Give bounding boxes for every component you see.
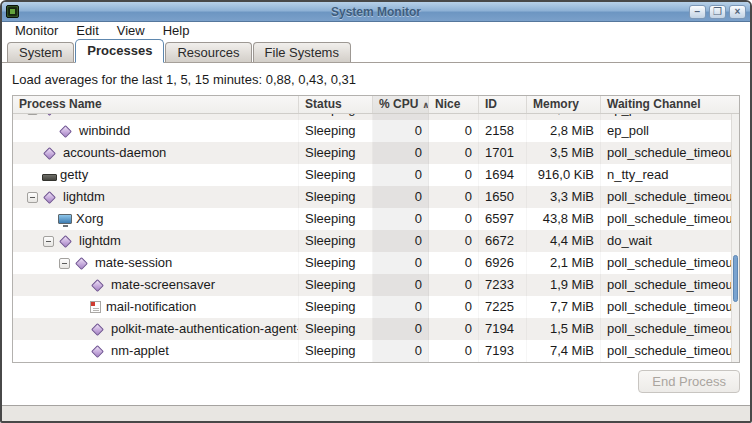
nice-cell: 0 <box>429 186 479 208</box>
process-row-lightdm[interactable]: lightdmSleeping0016503,3 MiBpoll_schedul… <box>13 186 731 208</box>
tree-indent <box>27 241 43 242</box>
nice-cell: 0 <box>429 340 479 362</box>
column-header-memory[interactable]: Memory <box>527 96 601 113</box>
process-row-accounts-daemon[interactable]: accounts-daemonSleeping0017013,5 MiBpoll… <box>13 142 731 164</box>
tree-indent <box>27 131 43 132</box>
collapse-icon[interactable] <box>59 258 70 269</box>
process-row-mate-screensaver[interactable]: mate-screensaverSleeping0072331,9 MiBpol… <box>13 274 731 296</box>
tree-indent <box>27 219 43 220</box>
diamond-icon <box>91 323 104 336</box>
memory-cell: 3,5 MiB <box>527 142 601 164</box>
id-cell: 2158 <box>479 120 527 142</box>
process-name-label: lightdm <box>79 230 121 252</box>
nice-cell: 0 <box>429 296 479 318</box>
process-row-polkit-mate-authentication-agent-1[interactable]: polkit-mate-authentication-agent-1Sleepi… <box>13 318 731 340</box>
menu-item-help[interactable]: Help <box>154 22 199 39</box>
process-name-cell: mate-screensaver <box>13 274 299 296</box>
memory-cell: 7,7 MiB <box>527 296 601 318</box>
cpu-cell: 0 <box>373 208 429 230</box>
column-header-cpu[interactable]: % CPU∧ <box>373 96 429 113</box>
keyboard-icon <box>42 174 57 181</box>
waiting-channel-cell: poll_schedule_timeout <box>601 186 731 208</box>
processes-panel: Load averages for the last 1, 5, 15 minu… <box>2 63 750 405</box>
process-row-getty[interactable]: gettySleeping001694916,0 KiBn_tty_read <box>13 164 731 186</box>
tree-indent <box>27 307 75 308</box>
waiting-channel-cell: poll_schedule_timeout <box>601 318 731 340</box>
process-name-label: winbindd <box>79 120 130 142</box>
process-name-cell: lightdm <box>13 186 299 208</box>
process-name-cell: winbindd <box>13 120 299 142</box>
maximize-button[interactable]: ❐ <box>709 5 726 19</box>
diamond-icon <box>43 147 56 160</box>
action-bar: End Process <box>12 370 740 393</box>
menu-item-edit[interactable]: Edit <box>67 22 107 39</box>
tab-system[interactable]: System <box>7 42 74 62</box>
id-cell: 7233 <box>479 274 527 296</box>
process-row-mate-session[interactable]: mate-sessionSleeping0069262,1 MiBpoll_sc… <box>13 252 731 274</box>
process-row-lightdm[interactable]: lightdmSleeping0066724,4 MiBdo_wait <box>13 230 731 252</box>
cpu-cell: 0 <box>373 230 429 252</box>
status-cell: Sleeping <box>299 142 373 164</box>
process-row-winbindd[interactable]: winbinddSleeping0021582,8 MiBep_poll <box>13 120 731 142</box>
status-bar <box>2 405 750 421</box>
column-header-status[interactable]: Status <box>299 96 373 113</box>
tab-processes[interactable]: Processes <box>75 39 164 63</box>
nice-cell: 0 <box>429 230 479 252</box>
mail-icon <box>90 301 101 313</box>
process-row-xorg[interactable]: XorgSleeping00659743,8 MiBpoll_schedule_… <box>13 208 731 230</box>
menu-item-view[interactable]: View <box>108 22 154 39</box>
tab-file-systems[interactable]: File Systems <box>253 42 351 62</box>
memory-cell: 1,9 MiB <box>527 274 601 296</box>
waiting-channel-cell: n_tty_read <box>601 164 731 186</box>
minimize-button[interactable]: − <box>689 5 706 19</box>
window-title: System Monitor <box>2 5 750 19</box>
column-header-waiting-channel[interactable]: Waiting Channel <box>601 96 739 113</box>
process-name-cell: polkit-mate-authentication-agent-1 <box>13 318 299 340</box>
vertical-scrollbar[interactable] <box>731 114 739 362</box>
memory-cell: 7,4 MiB <box>527 340 601 362</box>
id-cell: 1650 <box>479 186 527 208</box>
cpu-cell: 0 <box>373 164 429 186</box>
nice-cell: 0 <box>429 208 479 230</box>
process-row-mail-notification[interactable]: mail-notificationSleeping0072257,7 MiBpo… <box>13 296 731 318</box>
process-name-cell: accounts-daemon <box>13 142 299 164</box>
menu-item-monitor[interactable]: Monitor <box>6 22 67 39</box>
process-name-label: mail-notification <box>106 296 196 318</box>
id-cell: 7225 <box>479 296 527 318</box>
diamond-icon <box>43 191 56 204</box>
id-cell: 6926 <box>479 252 527 274</box>
column-header-process-name[interactable]: Process Name <box>13 96 299 113</box>
memory-cell: 43,8 MiB <box>527 208 601 230</box>
process-name-label: mate-screensaver <box>111 274 215 296</box>
end-process-button[interactable]: End Process <box>638 370 740 393</box>
process-name-cell: getty <box>13 164 299 186</box>
collapse-icon[interactable] <box>43 236 54 247</box>
process-name-cell: mate-session <box>13 252 299 274</box>
status-cell: Sleeping <box>299 186 373 208</box>
scrollbar-thumb[interactable] <box>733 255 738 302</box>
table-header-row: Process NameStatus% CPU∧NiceIDMemoryWait… <box>13 96 739 114</box>
waiting-channel-cell: do_wait <box>601 230 731 252</box>
nice-cell: 0 <box>429 274 479 296</box>
memory-cell: 3,3 MiB <box>527 186 601 208</box>
id-cell: 6597 <box>479 208 527 230</box>
column-header-nice[interactable]: Nice <box>429 96 479 113</box>
collapse-icon[interactable] <box>27 114 38 115</box>
waiting-channel-cell: poll_schedule_timeout <box>601 142 731 164</box>
titlebar[interactable]: System Monitor − ❐ × <box>2 2 750 22</box>
tab-resources[interactable]: Resources <box>165 42 251 62</box>
close-button[interactable]: × <box>729 5 746 19</box>
process-name-label: nm-applet <box>111 340 169 362</box>
collapse-icon[interactable] <box>27 192 38 203</box>
sort-ascending-icon: ∧ <box>422 100 429 110</box>
nice-cell: 0 <box>429 120 479 142</box>
nice-cell: 0 <box>429 252 479 274</box>
tab-strip: SystemProcessesResourcesFile Systems <box>2 39 750 63</box>
cpu-cell: 0 <box>373 252 429 274</box>
process-row-nm-applet[interactable]: nm-appletSleeping0071937,4 MiBpoll_sched… <box>13 340 731 362</box>
cpu-cell: 0 <box>373 318 429 340</box>
column-header-id[interactable]: ID <box>479 96 527 113</box>
status-cell: Sleeping <box>299 340 373 362</box>
window-controls: − ❐ × <box>689 5 750 19</box>
cpu-cell: 0 <box>373 274 429 296</box>
